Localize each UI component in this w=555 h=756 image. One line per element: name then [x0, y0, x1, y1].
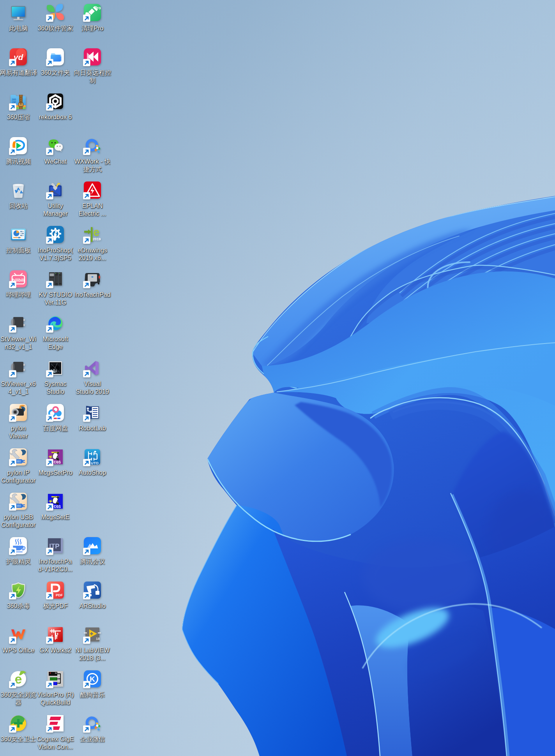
svg-text:UTO: UTO — [91, 461, 99, 465]
svg-text:PDF: PDF — [56, 593, 63, 597]
svg-text:18: 18 — [96, 637, 100, 641]
svg-text:CGS: CGS — [54, 505, 61, 509]
svg-text:ZIP: ZIP — [12, 101, 16, 104]
svg-text:CGS: CGS — [54, 460, 61, 465]
svg-text:360: 360 — [12, 98, 16, 101]
svg-text:K: K — [90, 675, 95, 683]
svg-text:Pro: Pro — [94, 6, 101, 10]
svg-text:2019: 2019 — [92, 237, 101, 241]
